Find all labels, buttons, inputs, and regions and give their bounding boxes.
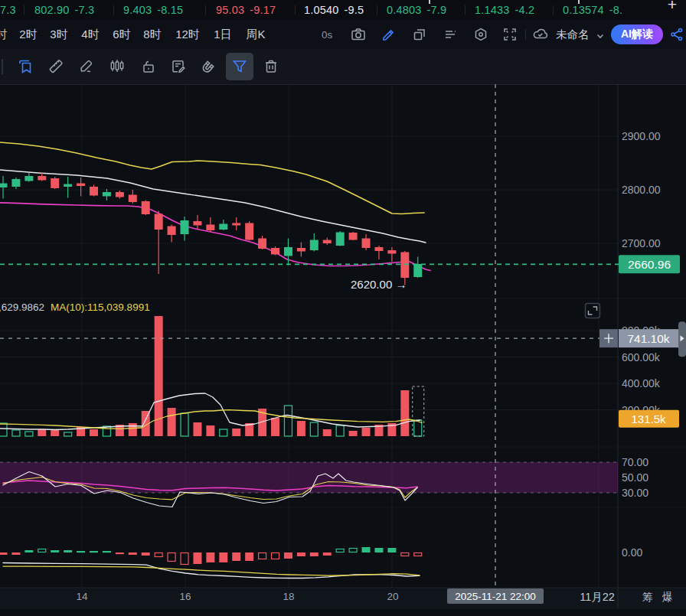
candlestick-tool-icon[interactable] bbox=[108, 57, 126, 76]
macd-bar bbox=[168, 553, 175, 562]
ticker-value: 9.403 bbox=[123, 4, 152, 16]
chevron-down-icon[interactable] bbox=[591, 27, 609, 45]
svg-text:741.10k: 741.10k bbox=[627, 332, 669, 345]
cloud-save-icon[interactable] bbox=[531, 25, 550, 44]
marker-pen-tool-icon[interactable] bbox=[77, 57, 96, 76]
tab-timeframe-8h[interactable]: 8时 bbox=[137, 20, 168, 49]
main-chart[interactable]: 2620.00 →,629.9862MA(10):115,039.8991290… bbox=[0, 84, 686, 616]
ticker-value: 95.03 bbox=[216, 4, 244, 16]
tab-timeframe-6h[interactable]: 6时 bbox=[106, 20, 137, 49]
settings-hexagon-icon[interactable] bbox=[472, 25, 490, 44]
macd-bar bbox=[90, 551, 98, 552]
macd-histogram bbox=[0, 547, 422, 565]
candle-body bbox=[116, 192, 124, 197]
candle-body bbox=[193, 221, 201, 225]
ticker-item[interactable]: 1.1433 -4.2 bbox=[475, 0, 534, 20]
candle-body bbox=[232, 223, 240, 225]
macd-bar bbox=[77, 551, 85, 552]
draw-pencil-icon[interactable] bbox=[380, 25, 398, 44]
volume-ma5-line bbox=[0, 393, 420, 430]
volume-bar bbox=[103, 426, 110, 436]
axis-label: 2900.00 bbox=[622, 130, 661, 142]
tab-timeframe-1w[interactable]: 周K bbox=[240, 20, 271, 49]
volume-bar bbox=[232, 429, 240, 436]
camera-icon[interactable] bbox=[349, 25, 368, 44]
tab-timeframe-1d[interactable]: 1日 bbox=[207, 20, 238, 49]
candle-body bbox=[323, 240, 332, 243]
filter-tool-icon[interactable] bbox=[230, 57, 249, 76]
trash-tool-icon[interactable] bbox=[262, 57, 280, 76]
price-upper-band-line bbox=[0, 142, 424, 214]
ticker-item[interactable]: 9.403 -8.15 bbox=[123, 0, 183, 20]
axis-label: 2700.00 bbox=[622, 237, 661, 249]
countdown-timer: 0s bbox=[322, 20, 332, 49]
macd-bar bbox=[11, 552, 20, 555]
ticker-item[interactable]: 1.0540 -9.5 bbox=[304, 0, 364, 20]
maximize-pane-icon[interactable] bbox=[586, 304, 600, 318]
add-pane-icon[interactable] bbox=[410, 25, 429, 44]
ticker-item[interactable]: 0.4803 -7.9 bbox=[387, 0, 446, 20]
time-axis-label: 14 bbox=[76, 591, 88, 602]
ticker-separator bbox=[295, 5, 296, 15]
volume-bar bbox=[181, 413, 188, 436]
macd-bar bbox=[362, 547, 371, 552]
share-icon[interactable] bbox=[668, 25, 686, 44]
volume-bar bbox=[168, 408, 176, 436]
candle-body bbox=[362, 238, 371, 248]
ticker-value: 0.4803 bbox=[387, 4, 422, 16]
candle-body bbox=[103, 192, 111, 196]
ticker-bar: 7.3 802.90 -7.3 9.403 -8.15 95.03 -9.17 … bbox=[0, 0, 686, 21]
candle-body bbox=[349, 233, 358, 240]
svg-text:131.5k: 131.5k bbox=[631, 412, 666, 425]
macd-bar bbox=[129, 552, 137, 555]
volume-bar bbox=[38, 429, 46, 436]
ai-analysis-button[interactable]: AI解读 bbox=[611, 24, 663, 44]
time-axis-label: 18 bbox=[283, 591, 294, 602]
price-annotation[interactable]: 2620.00 → bbox=[351, 278, 407, 291]
ticker-item[interactable]: 7.3 bbox=[0, 0, 16, 20]
macd-bar bbox=[323, 552, 332, 556]
tab-timeframe-3h[interactable]: 3时 bbox=[44, 20, 74, 49]
tab-liquidation[interactable]: 爆 bbox=[662, 591, 673, 603]
volume-bar bbox=[336, 425, 344, 436]
volume-bar bbox=[297, 421, 305, 436]
volume-bar bbox=[51, 430, 59, 436]
candle-body bbox=[336, 233, 345, 246]
chart-canvas[interactable]: 2620.00 →,629.9862MA(10):115,039.8991290… bbox=[0, 84, 686, 616]
ticker-item[interactable]: 95.03 -9.17 bbox=[216, 0, 276, 20]
candle-body bbox=[168, 227, 176, 235]
tab-chip-distribution[interactable]: 筹 bbox=[642, 591, 653, 603]
candle-body bbox=[245, 223, 253, 240]
last-price-badge: 2660.96 bbox=[619, 255, 680, 273]
tab-timeframe-12h[interactable]: 12时 bbox=[170, 20, 205, 49]
ruler-tool-icon[interactable] bbox=[47, 57, 65, 76]
ticker-item[interactable]: 802.90 -7.3 bbox=[34, 0, 94, 20]
fullscreen-icon[interactable] bbox=[501, 25, 519, 44]
indicator-list-icon[interactable] bbox=[441, 25, 459, 44]
axis-label: 2800.00 bbox=[622, 184, 661, 196]
tab-timeframe-1h[interactable]: 时 bbox=[0, 20, 12, 49]
bookmark-tool-icon[interactable] bbox=[16, 57, 34, 76]
macd-bar bbox=[24, 550, 33, 552]
macd-bar bbox=[219, 552, 227, 562]
ticker-change: -4.2 bbox=[515, 4, 535, 16]
workspace-name[interactable]: 未命名 bbox=[556, 20, 590, 49]
tab-timeframe-4h[interactable]: 4时 bbox=[75, 20, 106, 49]
macd-bar bbox=[349, 549, 357, 552]
volume-bar bbox=[362, 428, 371, 436]
macd-bar bbox=[336, 549, 344, 552]
magnet-tool-icon[interactable] bbox=[199, 57, 217, 76]
ticker-item[interactable]: 0.13574 -8. bbox=[563, 0, 622, 20]
axis-label: 600.00k bbox=[622, 351, 661, 363]
add-ticker-icon[interactable]: + bbox=[668, 0, 677, 14]
axis-label: 30.00 bbox=[622, 487, 648, 499]
ticker-change: -7.3 bbox=[75, 4, 95, 16]
lock-tool-icon[interactable] bbox=[139, 57, 158, 76]
note-edit-tool-icon[interactable] bbox=[169, 57, 188, 76]
candle-body bbox=[0, 184, 8, 187]
axis-label: 50.00 bbox=[622, 471, 648, 484]
volume-bar bbox=[206, 425, 214, 436]
ticker-value: 7.3 bbox=[0, 4, 16, 16]
tab-timeframe-2h[interactable]: 2时 bbox=[13, 20, 44, 49]
time-axis-label: 20 bbox=[387, 591, 398, 602]
